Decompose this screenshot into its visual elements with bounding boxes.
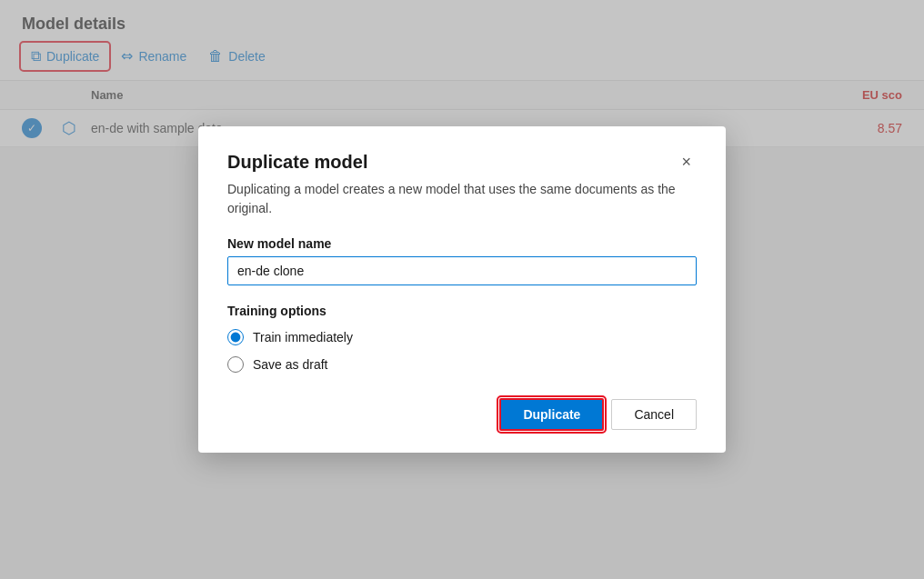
- modal-overlay: Duplicate model × Duplicating a model cr…: [0, 0, 924, 579]
- save-draft-label: Save as draft: [253, 357, 328, 372]
- modal-title: Duplicate model: [227, 152, 367, 173]
- training-label: Training options: [227, 304, 697, 318]
- duplicate-modal: Duplicate model × Duplicating a model cr…: [198, 126, 726, 453]
- modal-header: Duplicate model ×: [227, 152, 697, 173]
- cancel-button[interactable]: Cancel: [611, 399, 697, 430]
- model-name-input[interactable]: [227, 256, 697, 285]
- save-as-draft-option[interactable]: Save as draft: [227, 356, 697, 373]
- field-label: New model name: [227, 236, 697, 251]
- duplicate-confirm-button[interactable]: Duplicate: [499, 398, 604, 431]
- train-immediately-option[interactable]: Train immediately: [227, 329, 697, 345]
- save-draft-radio[interactable]: [227, 356, 244, 373]
- modal-close-button[interactable]: ×: [676, 152, 697, 172]
- train-immediately-label: Train immediately: [253, 330, 353, 344]
- modal-footer: Duplicate Cancel: [227, 398, 697, 431]
- train-immediately-radio[interactable]: [227, 329, 244, 345]
- training-options: Train immediately Save as draft: [227, 329, 697, 373]
- modal-description: Duplicating a model creates a new model …: [227, 180, 697, 218]
